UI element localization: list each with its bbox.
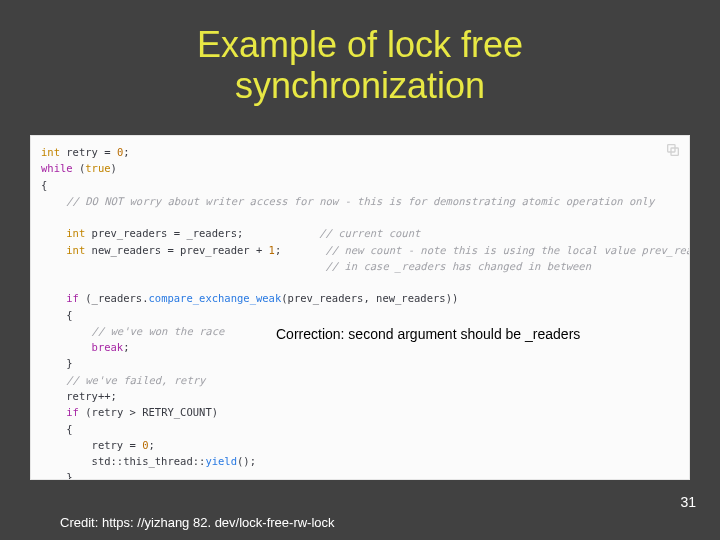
code-line: int new_readers = prev_reader + 1; // ne… [41, 242, 679, 258]
code-line: } [41, 355, 679, 371]
code-line: } [41, 469, 679, 480]
slide-title: Example of lock freesynchronization [0, 0, 720, 107]
code-line: // in case _readers has changed in betwe… [41, 258, 679, 274]
code-line: int prev_readers = _readers; // current … [41, 225, 679, 241]
page-number: 31 [680, 494, 696, 510]
code-line: { [41, 177, 679, 193]
code-line: retry++; [41, 388, 679, 404]
code-line: // DO NOT worry about writer access for … [41, 193, 679, 209]
code-line: { [41, 307, 679, 323]
code-line: if (retry > RETRY_COUNT) [41, 404, 679, 420]
slide: Example of lock freesynchronization int … [0, 0, 720, 540]
code-line: // we've failed, retry [41, 372, 679, 388]
code-line: { [41, 421, 679, 437]
code-line: std::this_thread::yield(); [41, 453, 679, 469]
correction-note: Correction: second argument should be _r… [276, 326, 580, 342]
credit-line: Credit: https: //yizhang 82. dev/lock-fr… [60, 515, 335, 530]
code-line: if (_readers.compare_exchange_weak(prev_… [41, 290, 679, 306]
code-line [41, 274, 679, 290]
code-line: while (true) [41, 160, 679, 176]
code-block: int retry = 0;while (true){ // DO NOT wo… [30, 135, 690, 480]
copy-icon[interactable] [665, 142, 681, 158]
code-line [41, 209, 679, 225]
code-lines: int retry = 0;while (true){ // DO NOT wo… [41, 144, 679, 480]
code-line: retry = 0; [41, 437, 679, 453]
code-line: int retry = 0; [41, 144, 679, 160]
